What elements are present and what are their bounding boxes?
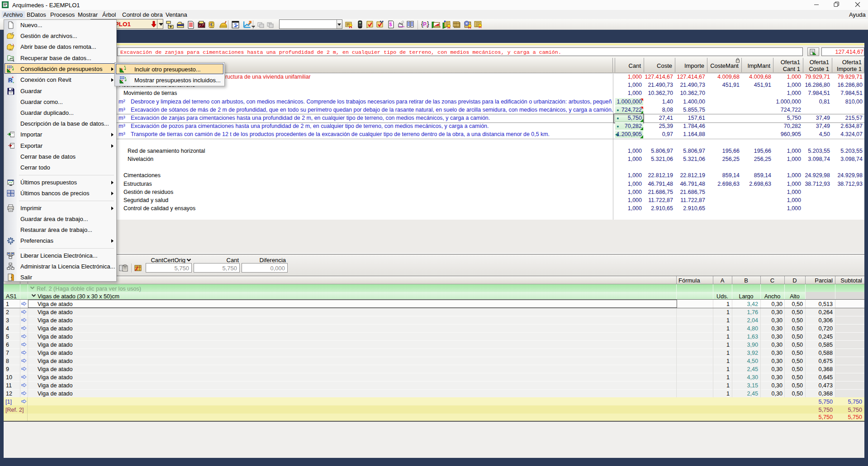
svg-text:}: } <box>427 20 429 28</box>
svg-text:R: R <box>8 77 13 84</box>
svg-text:€: € <box>210 22 213 27</box>
svg-text:$: $ <box>389 22 392 27</box>
